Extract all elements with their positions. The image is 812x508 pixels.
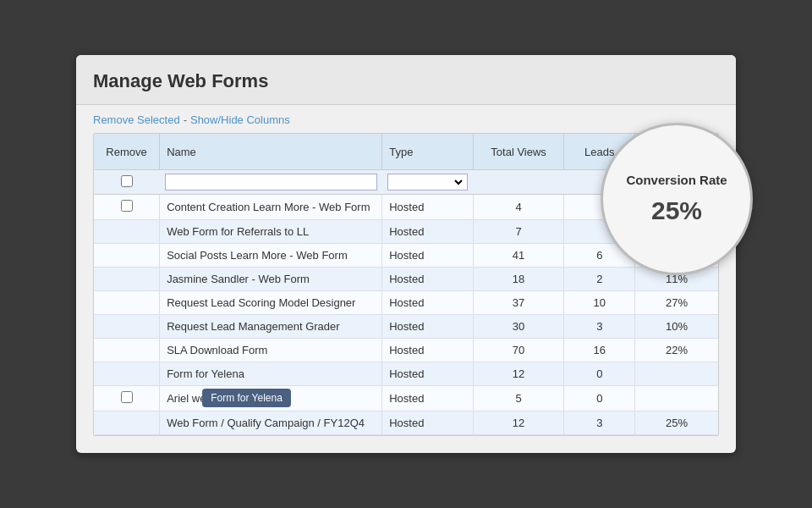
table-row: Form for YelenaForm for YelenaHosted120 — [94, 362, 718, 386]
col-header-name: Name — [160, 134, 382, 170]
row-rate: 22% — [635, 339, 718, 362]
filter-name-cell — [160, 170, 382, 195]
row-type: Hosted — [382, 411, 474, 435]
row-type: Hosted — [382, 362, 474, 386]
row-name: Content Creation Learn More - Web Form — [160, 195, 382, 220]
row-type: Hosted — [382, 339, 474, 362]
row-views: 18 — [473, 268, 564, 291]
row-views: 70 — [473, 339, 564, 362]
filter-views-cell — [473, 170, 564, 195]
show-hide-columns-link[interactable]: Show/Hide Columns — [190, 113, 290, 126]
row-name: SLA Download Form — [160, 339, 382, 362]
name-filter-input[interactable] — [165, 174, 377, 190]
row-type: Hosted — [382, 268, 474, 291]
remove-selected-link[interactable]: Remove Selected — [93, 113, 180, 126]
table-row: Request Lead Management GraderHosted3031… — [94, 315, 718, 339]
row-views: 30 — [473, 315, 564, 339]
row-remove-cell — [94, 220, 160, 244]
row-remove-cell — [94, 315, 160, 339]
row-type: Hosted — [382, 386, 474, 411]
row-name: Web Form / Qualify Campaign / FY12Q4 — [160, 411, 382, 435]
row-views: 37 — [473, 291, 564, 315]
row-views: 12 — [473, 362, 564, 386]
row-checkbox[interactable] — [121, 200, 133, 212]
row-type: Hosted — [382, 244, 474, 268]
manage-web-forms-panel: Manage Web Forms Remove Selected - Show/… — [76, 55, 736, 453]
page-title: Manage Web Forms — [93, 70, 719, 92]
row-name: Request Lead Management Grader — [160, 315, 382, 339]
row-views: 5 — [473, 386, 564, 411]
row-remove-cell — [94, 362, 160, 386]
table-row: Web Form / Qualify Campaign / FY12Q4Host… — [94, 411, 718, 435]
type-filter-select[interactable]: Hosted — [390, 175, 466, 189]
row-views: 12 — [473, 411, 564, 435]
row-rate: 10% — [635, 315, 718, 339]
row-remove-cell — [94, 244, 160, 268]
toolbar: Remove Selected - Show/Hide Columns — [76, 105, 736, 133]
row-rate: 25% — [635, 411, 718, 435]
col-header-views: Total Views — [473, 134, 564, 170]
row-rate — [635, 386, 718, 411]
filter-type-cell: Hosted — [382, 170, 474, 195]
table-row: Ariel web formHosted50 — [94, 386, 718, 411]
table-row: Request Lead Scoring Model DesignerHoste… — [94, 291, 718, 315]
row-leads: 2 — [564, 268, 635, 291]
row-checkbox[interactable] — [121, 391, 133, 403]
col-header-type: Type — [382, 134, 474, 170]
panel-header: Manage Web Forms — [76, 55, 736, 105]
row-remove-cell — [94, 386, 160, 411]
filter-remove-cell — [94, 170, 160, 195]
row-name: Request Lead Scoring Model Designer — [160, 291, 382, 315]
row-rate — [635, 362, 718, 386]
row-leads: 10 — [564, 291, 635, 315]
row-remove-cell — [94, 291, 160, 315]
row-name: Ariel web form — [160, 386, 382, 411]
table-row: SLA Download FormHosted701622% — [94, 339, 718, 362]
row-leads: 16 — [564, 339, 635, 362]
row-type: Hosted — [382, 291, 474, 315]
row-remove-cell — [94, 195, 160, 220]
row-remove-cell — [94, 411, 160, 435]
row-rate: 27% — [635, 291, 718, 315]
row-name: Web Form for Referrals to LL — [160, 220, 382, 244]
toolbar-separator: - — [184, 113, 187, 126]
row-leads: 0 — [564, 386, 635, 411]
row-views: 4 — [473, 195, 564, 220]
conversion-rate-circle: Conversion Rate 25% — [601, 123, 753, 275]
row-type: Hosted — [382, 315, 474, 339]
circle-value: 25% — [651, 196, 702, 225]
row-type: Hosted — [382, 195, 474, 220]
select-all-checkbox[interactable] — [121, 175, 133, 187]
row-type: Hosted — [382, 220, 474, 244]
row-remove-cell — [94, 339, 160, 362]
row-leads: 3 — [564, 315, 635, 339]
circle-label: Conversion Rate — [626, 173, 727, 188]
row-name: Jasmine Sandler - Web Form — [160, 268, 382, 291]
row-views: 41 — [473, 244, 564, 268]
col-header-remove: Remove — [94, 134, 160, 170]
row-name: Social Posts Learn More - Web Form — [160, 244, 382, 268]
row-views: 7 — [473, 220, 564, 244]
row-name: Form for YelenaForm for Yelena — [160, 362, 382, 386]
row-leads: 3 — [564, 411, 635, 435]
table-row: Jasmine Sandler - Web FormHosted18211% — [94, 268, 718, 291]
row-remove-cell — [94, 268, 160, 291]
type-filter-wrapper: Hosted — [387, 174, 469, 190]
row-leads: 0 — [564, 362, 635, 386]
